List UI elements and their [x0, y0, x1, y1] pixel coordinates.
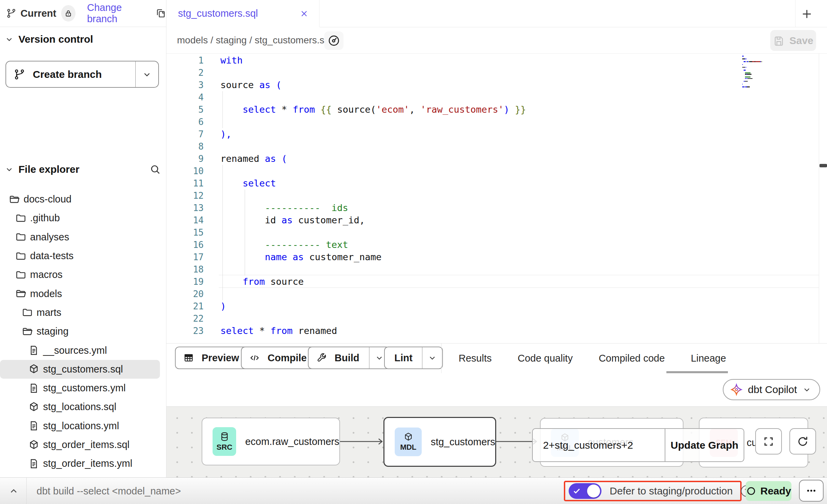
fullscreen-button[interactable] — [755, 428, 782, 454]
lineage-canvas[interactable]: SRC ecom.raw_customers MDL stg_customers… — [166, 406, 827, 477]
chevron-down-icon[interactable] — [5, 35, 14, 44]
preview-button[interactable]: Preview — [175, 347, 249, 369]
search-icon[interactable] — [149, 163, 161, 176]
more-options-button[interactable] — [799, 480, 824, 502]
gauge-icon[interactable] — [324, 31, 343, 50]
dbt-copilot-button[interactable]: dbt Copilot — [723, 379, 820, 400]
code-line-21: ) — [220, 300, 526, 312]
wrench-icon — [316, 352, 327, 363]
tree-item--github[interactable]: .github — [0, 209, 166, 227]
node-label: stg_customers — [431, 436, 495, 448]
tab-compiled-code[interactable]: Compiled code — [599, 353, 665, 364]
src-badge-label: SRC — [216, 443, 232, 452]
code-line-10 — [220, 165, 526, 177]
update-graph-button[interactable]: Update Graph — [665, 429, 744, 461]
new-tab-button[interactable] — [799, 6, 815, 22]
tree-item-marts[interactable]: marts — [0, 303, 166, 322]
code-line-22 — [220, 312, 526, 325]
compile-button[interactable]: Compile — [241, 347, 317, 369]
tab-results[interactable]: Results — [459, 353, 492, 364]
folder-open-icon — [15, 288, 27, 299]
folder-open-icon — [9, 194, 20, 205]
breadcrumb: models / staging / stg_customers.sql — [177, 35, 332, 46]
copy-icon[interactable] — [155, 8, 166, 19]
tab-lineage[interactable]: Lineage — [691, 353, 726, 364]
tree-item-stg-customers-yml[interactable]: stg_customers.yml — [0, 379, 166, 397]
tree-item-label: analyses — [30, 232, 69, 243]
code-line-7: ), — [220, 128, 526, 140]
result-tabs: Results Code quality Compiled code Linea… — [459, 344, 726, 373]
create-branch-main[interactable]: Create branch — [6, 61, 136, 87]
tabbar-separator — [795, 0, 796, 27]
create-branch-button[interactable]: Create branch — [5, 61, 159, 88]
tree-item-label: stg_order_items.sql — [43, 439, 130, 450]
lineage-edge — [339, 437, 387, 446]
defer-toggle[interactable] — [569, 483, 601, 499]
tree-item--sources-yml[interactable]: __sources.yml — [0, 341, 166, 360]
chevron-down-icon — [375, 353, 384, 362]
minimap[interactable] — [742, 56, 794, 88]
tree-item-docs-cloud[interactable]: docs-cloud — [0, 190, 166, 209]
save-icon — [773, 35, 785, 46]
lineage-selector-input[interactable]: 2+stg_customers+2 — [533, 429, 665, 461]
status-ready-badge: Ready — [746, 481, 791, 501]
tree-item-analyses[interactable]: analyses — [0, 228, 166, 247]
tree-item-stg-locations-sql[interactable]: stg_locations.sql — [0, 397, 166, 416]
tab-stg-customers-sql[interactable]: stg_customers.sql — [166, 0, 320, 27]
command-input[interactable] — [36, 482, 482, 500]
tree-item-stg-order-items-yml[interactable]: stg_order_items.yml — [0, 454, 166, 473]
code-line-6 — [220, 116, 526, 128]
dbt-cloud-ide: Current Change branch Version control — [0, 0, 827, 504]
preview-label: Preview — [200, 352, 241, 364]
lint-dropdown[interactable] — [422, 347, 442, 368]
tree-item-stg-order-items-sql[interactable]: stg_order_items.sql — [0, 435, 166, 454]
code-line-15 — [220, 226, 526, 239]
code-line-20 — [220, 288, 526, 300]
scrollbar-thumb[interactable] — [819, 164, 827, 167]
chevron-down-icon — [428, 353, 437, 362]
defer-label: Defer to staging/production — [610, 485, 733, 497]
code-line-2 — [220, 67, 526, 79]
build-button[interactable]: Build — [308, 347, 390, 369]
node-label: ecom.raw_customers — [245, 436, 339, 447]
file-explorer-section: File explorer — [5, 163, 161, 176]
change-branch-link[interactable]: Change branch — [87, 2, 146, 25]
tree-item-label: marts — [37, 307, 62, 318]
code-editor[interactable]: 1234567891011121314151617181920212223 wi… — [166, 54, 819, 343]
code-line-14: id as customer_id, — [220, 214, 526, 226]
code-line-16: ---------- text — [220, 239, 526, 251]
model-icon — [28, 401, 40, 413]
tree-item-staging[interactable]: staging — [0, 322, 166, 341]
collapse-panel-button[interactable] — [6, 485, 21, 498]
tab-title: stg_customers.sql — [178, 8, 258, 19]
create-branch-dropdown[interactable] — [136, 61, 158, 87]
chevron-down-icon — [802, 385, 811, 394]
lineage-node-stg-customers[interactable]: MDL stg_customers — [383, 417, 496, 467]
defer-highlight-box: Defer to staging/production ? — [564, 481, 742, 501]
file-icon — [28, 345, 40, 356]
lint-button[interactable]: Lint — [384, 347, 443, 369]
file-icon — [28, 420, 40, 432]
branch-topbar: Current Change branch — [0, 0, 166, 27]
file-explorer-title: File explorer — [18, 164, 79, 175]
tree-item-label: stg_customers.yml — [43, 382, 126, 394]
version-control-title: Version control — [18, 33, 93, 45]
tab-code-quality[interactable]: Code quality — [518, 353, 573, 364]
branch-lock-badge — [61, 5, 76, 22]
code-icon — [249, 352, 260, 363]
tree-item-models[interactable]: models — [0, 284, 166, 303]
sidebar: Current Change branch Version control — [0, 0, 166, 477]
lineage-node-source[interactable]: SRC ecom.raw_customers — [202, 418, 340, 465]
chevron-down-icon[interactable] — [5, 165, 14, 174]
tree-item-data-tests[interactable]: data-tests — [0, 247, 166, 265]
code-line-23: select * from renamed — [220, 325, 526, 337]
tree-item-stg-locations-yml[interactable]: stg_locations.yml — [0, 417, 166, 435]
save-button[interactable]: Save — [770, 30, 816, 51]
close-icon[interactable] — [299, 9, 309, 18]
code-lines[interactable]: withsource as ( select * from {{ source(… — [220, 54, 526, 337]
git-branch-icon — [14, 69, 25, 80]
tree-item-stg-customers-sql[interactable]: stg_customers.sql — [0, 360, 160, 379]
refresh-button[interactable] — [789, 428, 816, 454]
folder-icon — [15, 212, 27, 224]
tree-item-macros[interactable]: macros — [0, 265, 166, 284]
